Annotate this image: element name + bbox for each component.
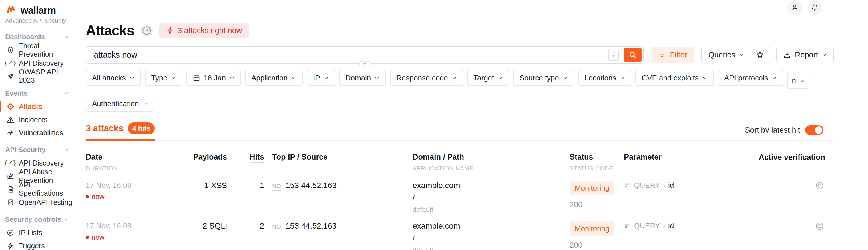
brand: wallarm Advanced API Security (0, 0, 75, 24)
cell-parameter: QUERY › id (624, 181, 744, 190)
chevron-down-icon (452, 75, 457, 81)
application-name: default (412, 206, 569, 214)
filter-chip-authentication[interactable]: Authentication (86, 96, 154, 112)
cell-source: NO 153.44.52.163 (264, 181, 412, 191)
table-row[interactable]: 17 Nov, 16:08 now 1 XSS 1 NO 153.44.52.1… (86, 174, 834, 214)
page-header: Attacks 3 attacks right now (86, 21, 834, 40)
filter-chip-application[interactable]: Application (245, 70, 303, 86)
col-header-parameter: Parameter (624, 153, 744, 161)
filter-chip-ip[interactable]: IP (307, 70, 335, 86)
chevron-down-icon (291, 75, 297, 81)
sidebar-item-label: Incidents (19, 116, 48, 124)
user-account-button[interactable] (787, 0, 802, 15)
search-icon (628, 51, 637, 59)
sidebar-item-label: Attacks (19, 102, 42, 111)
filter-chip-response-code[interactable]: Response code (390, 70, 463, 86)
cell-payloads: 1 XSS (165, 181, 227, 190)
topbar (75, 0, 834, 15)
filter-chip-locations[interactable]: Locations (578, 70, 631, 86)
help-icon[interactable] (141, 24, 153, 37)
nav-section-events[interactable]: Events (0, 87, 75, 100)
queries-dropdown-button[interactable]: Queries (702, 47, 751, 63)
filter-chip-cve-and-exploits[interactable]: CVE and exploits (635, 70, 714, 86)
col-header-domain: Domain / Path APPLICATION NAME (412, 153, 569, 172)
filter-chip-date[interactable]: 18 Jan (186, 70, 241, 86)
tab-attacks-results[interactable]: 3 attacks 4 hits (86, 122, 155, 141)
biohazard-icon: ☣ (6, 129, 14, 136)
queries-label: Queries (708, 51, 735, 59)
chip-label: n (792, 76, 796, 85)
source-ip: 153.44.52.163 (285, 221, 337, 230)
filter-chip-type[interactable]: Type (145, 70, 182, 86)
notifications-button[interactable] (807, 0, 822, 15)
search-button[interactable] (624, 48, 642, 62)
header-hits-sortable[interactable]: Hits (250, 153, 264, 163)
filter-chip-overflow[interactable]: n (787, 73, 809, 89)
toggle-knob (815, 126, 822, 134)
chevron-down-icon (63, 34, 69, 40)
user-icon (791, 3, 799, 11)
sidebar-item-label: API Specifications (19, 181, 75, 197)
country-code-placeholder[interactable]: NO (272, 223, 281, 231)
chip-label: 18 Jan (204, 74, 226, 83)
search-input[interactable] (94, 50, 595, 60)
page-title: Attacks (86, 22, 134, 39)
filter-chip-domain[interactable]: Domain (339, 70, 386, 86)
report-button-label: Report (795, 51, 818, 59)
filter-chip-target[interactable]: Target (467, 70, 509, 86)
cell-date: 17 Nov, 16:08 now (86, 221, 165, 242)
sidebar-item-label: API Discovery (19, 59, 64, 67)
sidebar-item-owasp-api-2023[interactable]: OWASP API 2023 (0, 70, 75, 83)
content: Attacks 3 attacks right now / Fil (75, 15, 868, 250)
filter-button[interactable]: Filter (651, 47, 694, 63)
nav-section-security-controls[interactable]: Security controls (0, 213, 75, 226)
sort-by-latest-hit-toggle[interactable] (805, 125, 824, 135)
braces-check-icon: {✓} (6, 60, 14, 66)
col-header-hits: Hits (227, 153, 264, 161)
search-expand-handle[interactable] (359, 61, 371, 66)
favorite-query-button[interactable] (751, 47, 769, 63)
cell-source: NO 153.44.52.163 (264, 221, 412, 231)
sidebar-item-vulnerabilities[interactable]: ☣ Vulnerabilities (0, 126, 75, 139)
sidebar-item-incidents[interactable]: Incidents (0, 113, 75, 126)
country-code-placeholder[interactable]: NO (272, 183, 281, 191)
header-application-label: APPLICATION NAME (412, 165, 569, 172)
verification-status-icon[interactable] (815, 221, 824, 230)
chip-label: Response code (396, 74, 448, 83)
table-row[interactable]: 17 Nov, 16:08 now 2 SQLi 2 NO 153.44.52.… (86, 214, 834, 250)
filter-button-label: Filter (670, 51, 687, 59)
queries-button-group: Queries (701, 46, 770, 63)
parameter-separator: › (663, 182, 665, 189)
ip-badge-icon (6, 229, 14, 237)
chip-label: All attacks (92, 74, 126, 83)
verification-status-icon[interactable] (815, 181, 824, 190)
sidebar-item-ip-lists[interactable]: IP Lists (0, 226, 75, 239)
sidebar-item-openapi-testing[interactable]: OpenAPI Testing (0, 196, 75, 209)
filter-chip-source-type[interactable]: Source type (513, 70, 574, 86)
nav-section-api-security[interactable]: API Security (0, 143, 75, 156)
sidebar-nav: Dashboards Threat Prevention {✓} API Dis… (0, 30, 75, 250)
attacks-table: Date DURATION Payloads Hits Top IP / Sou… (86, 153, 834, 250)
filter-chip-all-attacks[interactable]: All attacks (86, 70, 141, 86)
filter-chip-api-protocols[interactable]: API protocols (718, 70, 783, 86)
parameter-icon (624, 182, 631, 189)
attacks-count-label: 3 attacks (86, 123, 124, 133)
funnel-icon (658, 51, 666, 59)
header-status-label: Status (569, 153, 624, 161)
header-domain-label: Domain / Path (412, 153, 569, 161)
chevron-down-icon (562, 75, 568, 81)
sidebar-item-attacks[interactable]: Attacks (0, 100, 75, 113)
sidebar-item-api-specifications[interactable]: API Specifications (0, 183, 75, 196)
star-icon (756, 51, 764, 59)
header-date-label: Date (86, 153, 165, 161)
sidebar-item-triggers[interactable]: Triggers (0, 239, 75, 250)
chip-label: CVE and exploits (642, 74, 699, 83)
sidebar-item-threat-prevention[interactable]: Threat Prevention (0, 43, 75, 57)
report-button[interactable]: Report (776, 46, 834, 63)
nav-section-label: API Security (5, 146, 45, 154)
chevron-down-icon (739, 52, 744, 58)
nav-section-label: Events (5, 89, 28, 97)
search-toolbar-row: / Filter Queries (86, 46, 834, 64)
parameter-name: id (668, 181, 674, 190)
status-code: 200 (569, 200, 624, 209)
